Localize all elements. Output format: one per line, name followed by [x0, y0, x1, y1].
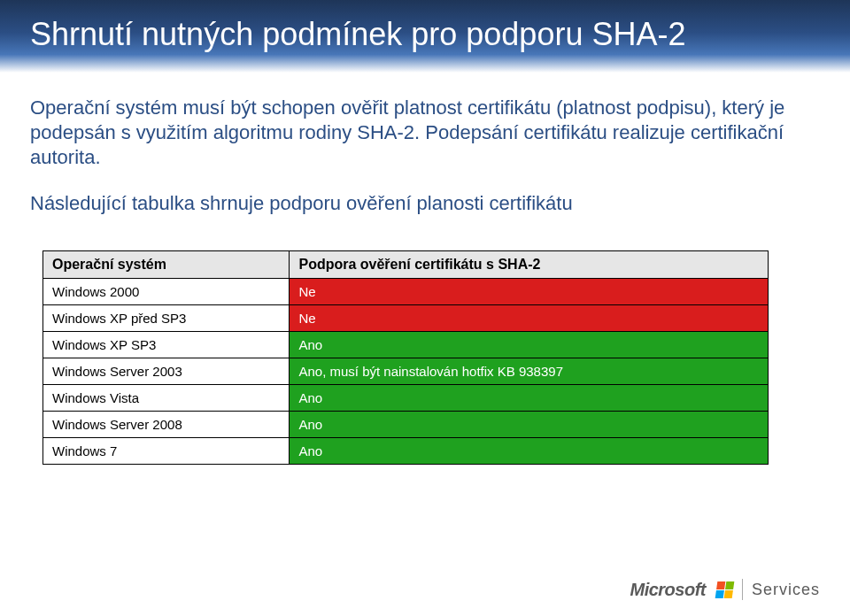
footer-divider	[742, 579, 743, 600]
support-table-wrap: Operační systém Podpora ověření certifik…	[42, 250, 769, 465]
microsoft-services-label: Services	[752, 581, 820, 599]
support-cell: Ano	[290, 384, 769, 411]
paragraph-1: Operační systém musí být schopen ověřit …	[30, 96, 802, 170]
table-row: Windows 2000Ne	[43, 278, 769, 304]
support-table: Operační systém Podpora ověření certifik…	[42, 250, 769, 465]
os-cell: Windows XP před SP3	[43, 304, 290, 331]
table-row: Windows XP SP3Ano	[43, 331, 769, 358]
table-row: Windows 7Ano	[43, 437, 769, 464]
slide-title: Shrnutí nutných podmínek pro podporu SHA…	[30, 16, 820, 53]
title-band: Shrnutí nutných podmínek pro podporu SHA…	[0, 0, 850, 73]
microsoft-wordmark: Microsoft	[630, 580, 706, 600]
table-row: Windows XP před SP3Ne	[43, 304, 769, 331]
slide: Shrnutí nutných podmínek pro podporu SHA…	[0, 0, 850, 616]
os-cell: Windows 7	[43, 437, 290, 464]
col-os: Operační systém	[43, 250, 290, 278]
support-cell: Ano	[290, 411, 769, 437]
microsoft-flag-icon	[715, 581, 735, 598]
footer-logo: Microsoft Services	[630, 579, 820, 600]
support-cell: Ano	[290, 437, 769, 464]
table-row: Windows Server 2008Ano	[43, 411, 769, 437]
col-support: Podpora ověření certifikátu s SHA-2	[290, 250, 769, 278]
support-cell: Ano, musí být nainstalován hotfix KB 938…	[290, 358, 769, 384]
table-row: Windows Server 2003Ano, musí být nainsta…	[43, 358, 769, 384]
support-cell: Ne	[290, 304, 769, 331]
support-cell: Ne	[290, 278, 769, 304]
body-area: Operační systém musí být schopen ověřit …	[30, 96, 802, 465]
table-body: Windows 2000NeWindows XP před SP3NeWindo…	[43, 278, 769, 464]
table-header-row: Operační systém Podpora ověření certifik…	[43, 250, 769, 278]
os-cell: Windows XP SP3	[43, 331, 290, 358]
os-cell: Windows Vista	[43, 384, 290, 411]
os-cell: Windows 2000	[43, 278, 290, 304]
paragraph-2: Následující tabulka shrnuje podporu ověř…	[30, 191, 802, 216]
table-row: Windows VistaAno	[43, 384, 769, 411]
support-cell: Ano	[290, 331, 769, 358]
os-cell: Windows Server 2003	[43, 358, 290, 384]
os-cell: Windows Server 2008	[43, 411, 290, 437]
